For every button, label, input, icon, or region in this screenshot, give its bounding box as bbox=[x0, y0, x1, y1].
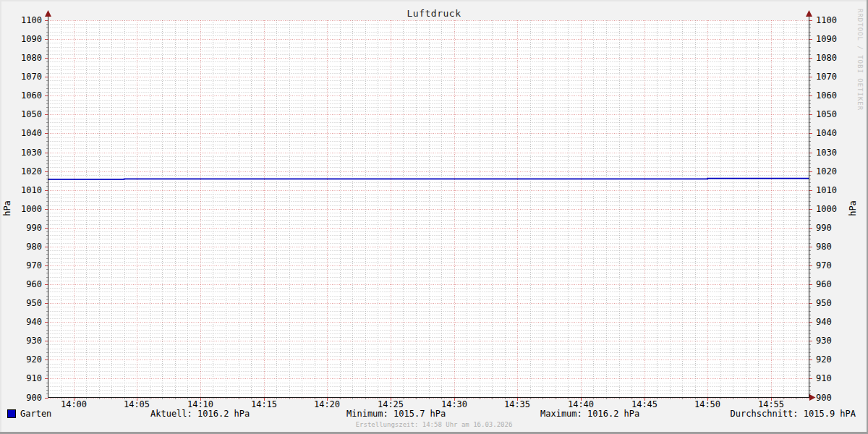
y-tick-label: 970 bbox=[10, 261, 42, 271]
y-tick-label: 1020 bbox=[816, 167, 852, 176]
bevel-left-edge bbox=[0, 0, 1, 434]
y-tick-label: 1080 bbox=[10, 54, 42, 63]
y-axis-unit-left: hPa bbox=[2, 197, 12, 219]
y-tick-label: 990 bbox=[10, 224, 42, 233]
y-tick-label: 960 bbox=[10, 280, 42, 289]
y-tick-label: 970 bbox=[816, 261, 852, 271]
x-tick-label: 14:15 bbox=[248, 400, 280, 409]
y-tick-label: 1030 bbox=[816, 148, 852, 158]
rrdtool-graph: Luftdruck 900910920930940950960970980990… bbox=[0, 0, 868, 434]
creation-timestamp: Erstellungszeit: 14:58 Uhr am 16.03.2026 bbox=[0, 421, 868, 428]
y-tick-label: 1040 bbox=[816, 129, 852, 138]
x-tick-label: 14:35 bbox=[501, 400, 533, 409]
y-tick-label: 920 bbox=[10, 355, 42, 365]
y-tick-label: 940 bbox=[816, 318, 852, 327]
y-tick-label: 990 bbox=[816, 224, 852, 233]
y-tick-label: 920 bbox=[816, 355, 852, 365]
y-tick-label: 980 bbox=[816, 242, 852, 252]
y-tick-label: 930 bbox=[816, 336, 852, 346]
y-tick-label: 900 bbox=[816, 393, 852, 403]
y-tick-label: 1100 bbox=[10, 16, 42, 25]
plot-area bbox=[0, 0, 868, 434]
y-tick-label: 900 bbox=[10, 393, 42, 403]
y-tick-label: 1060 bbox=[816, 91, 852, 101]
y-tick-label: 1070 bbox=[10, 72, 42, 82]
y-tick-label: 910 bbox=[10, 374, 42, 383]
y-tick-label: 1080 bbox=[816, 54, 852, 63]
y-tick-label: 950 bbox=[816, 299, 852, 308]
y-tick-label: 1040 bbox=[10, 129, 42, 138]
y-tick-label: 1090 bbox=[10, 35, 42, 44]
x-tick-label: 14:50 bbox=[692, 400, 723, 409]
y-tick-label: 1000 bbox=[816, 205, 852, 214]
y-tick-label: 960 bbox=[816, 280, 852, 289]
y-tick-label: 1010 bbox=[816, 186, 852, 195]
y-tick-label: 1050 bbox=[816, 110, 852, 119]
stat-minimum: Minimum: 1015.7 hPa bbox=[346, 409, 446, 419]
y-tick-label: 1090 bbox=[816, 35, 852, 44]
x-tick-label: 14:05 bbox=[121, 400, 153, 409]
y-tick-label: 1010 bbox=[10, 186, 42, 195]
x-tick-label: 14:20 bbox=[311, 400, 343, 409]
y-tick-label: 1070 bbox=[816, 72, 852, 82]
y-tick-label: 910 bbox=[816, 374, 852, 383]
stat-durchschnitt: Durchschnitt: 1015.9 hPA bbox=[731, 409, 856, 419]
y-tick-label: 1050 bbox=[10, 110, 42, 119]
y-tick-label: 1020 bbox=[10, 167, 42, 176]
y-tick-label: 1030 bbox=[10, 148, 42, 158]
y-tick-label: 980 bbox=[10, 242, 42, 252]
y-axis-unit-right: hPa bbox=[848, 197, 858, 219]
y-tick-label: 950 bbox=[10, 299, 42, 308]
stat-aktuell: Aktuell: 1016.2 hPa bbox=[150, 409, 250, 419]
y-tick-label: 1100 bbox=[816, 16, 852, 25]
x-tick-label: 14:00 bbox=[58, 400, 90, 409]
legend-series-label: Garten bbox=[20, 409, 51, 419]
rrdtool-watermark: RRDTOOL / TOBI OETIKER bbox=[856, 9, 864, 111]
legend-series-swatch bbox=[7, 409, 16, 418]
y-tick-label: 1000 bbox=[10, 205, 42, 214]
y-tick-label: 930 bbox=[10, 336, 42, 346]
stat-maximum: Maximum: 1016.2 hPa bbox=[540, 409, 639, 419]
y-tick-label: 1060 bbox=[10, 91, 42, 101]
bevel-top-edge bbox=[0, 0, 868, 1]
legend-series: Garten bbox=[7, 409, 51, 419]
data-line-garten bbox=[48, 179, 809, 179]
y-tick-label: 940 bbox=[10, 318, 42, 327]
